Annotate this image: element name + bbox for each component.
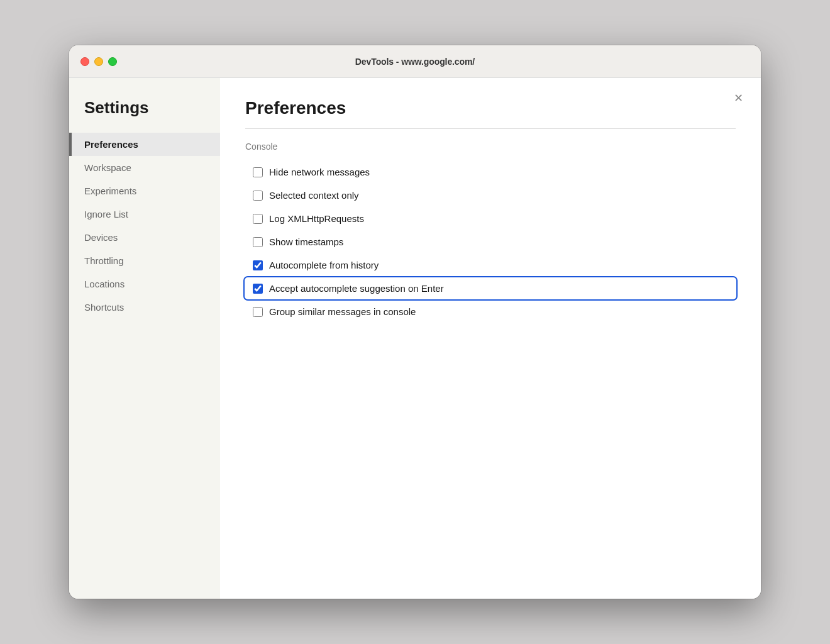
- checkbox-item-autocomplete-enter: Accept autocomplete suggestion on Enter: [245, 278, 736, 299]
- checkbox-item-autocomplete-history: Autocomplete from history: [245, 255, 736, 275]
- sidebar-item-throttling[interactable]: Throttling: [69, 249, 220, 272]
- checkbox-show-timestamps[interactable]: [253, 237, 263, 247]
- close-button[interactable]: ✕: [731, 91, 746, 106]
- checkbox-label-selected-context[interactable]: Selected context only: [269, 190, 359, 201]
- sidebar: Settings Preferences Workspace Experimen…: [69, 78, 220, 599]
- checkbox-label-hide-network[interactable]: Hide network messages: [269, 167, 370, 177]
- sidebar-item-ignore-list[interactable]: Ignore List: [69, 203, 220, 226]
- maximize-traffic-light[interactable]: [108, 57, 117, 66]
- sidebar-item-locations[interactable]: Locations: [69, 272, 220, 296]
- sidebar-link-experiments[interactable]: Experiments: [69, 179, 220, 203]
- checkbox-label-group-similar[interactable]: Group similar messages in console: [269, 306, 416, 317]
- checkbox-selected-context[interactable]: [253, 191, 263, 201]
- checkbox-item-group-similar: Group similar messages in console: [245, 301, 736, 322]
- sidebar-link-locations[interactable]: Locations: [69, 272, 220, 296]
- checkbox-hide-network[interactable]: [253, 167, 263, 177]
- sidebar-item-workspace[interactable]: Workspace: [69, 156, 220, 179]
- checkbox-item-log-xml: Log XMLHttpRequests: [245, 208, 736, 229]
- sidebar-link-ignore-list[interactable]: Ignore List: [69, 203, 220, 226]
- sidebar-item-devices[interactable]: Devices: [69, 226, 220, 249]
- close-traffic-light[interactable]: [80, 57, 89, 66]
- window-body: Settings Preferences Workspace Experimen…: [69, 78, 761, 599]
- traffic-lights: [80, 57, 117, 66]
- section-title: Preferences: [245, 98, 736, 118]
- window-title: DevTools - www.google.com/: [355, 57, 475, 67]
- sidebar-link-devices[interactable]: Devices: [69, 226, 220, 249]
- sidebar-link-shortcuts[interactable]: Shortcuts: [69, 296, 220, 319]
- checkbox-list: Hide network messages Selected context o…: [245, 162, 736, 322]
- main-content: ✕ Preferences Console Hide network messa…: [220, 78, 761, 599]
- checkbox-item-hide-network: Hide network messages: [245, 162, 736, 182]
- sidebar-item-preferences[interactable]: Preferences: [69, 133, 220, 156]
- sidebar-link-throttling[interactable]: Throttling: [69, 249, 220, 272]
- checkbox-log-xml[interactable]: [253, 214, 263, 224]
- checkbox-label-show-timestamps[interactable]: Show timestamps: [269, 236, 343, 247]
- section-divider: [245, 128, 736, 129]
- checkbox-group-similar[interactable]: [253, 307, 263, 317]
- devtools-window: DevTools - www.google.com/ Settings Pref…: [69, 45, 761, 599]
- checkbox-item-selected-context: Selected context only: [245, 185, 736, 206]
- sidebar-link-workspace[interactable]: Workspace: [69, 156, 220, 179]
- subsection-title: Console: [245, 142, 736, 152]
- checkbox-label-log-xml[interactable]: Log XMLHttpRequests: [269, 213, 364, 224]
- sidebar-link-preferences[interactable]: Preferences: [69, 133, 220, 156]
- checkbox-autocomplete-enter[interactable]: [253, 284, 263, 294]
- checkbox-label-autocomplete-enter[interactable]: Accept autocomplete suggestion on Enter: [269, 283, 444, 294]
- checkbox-autocomplete-history[interactable]: [253, 260, 263, 270]
- sidebar-item-experiments[interactable]: Experiments: [69, 179, 220, 203]
- settings-heading: Settings: [69, 98, 220, 133]
- checkbox-item-show-timestamps: Show timestamps: [245, 231, 736, 252]
- sidebar-item-shortcuts[interactable]: Shortcuts: [69, 296, 220, 319]
- checkbox-label-autocomplete-history[interactable]: Autocomplete from history: [269, 260, 379, 270]
- minimize-traffic-light[interactable]: [94, 57, 103, 66]
- titlebar: DevTools - www.google.com/: [69, 45, 761, 78]
- sidebar-nav: Preferences Workspace Experiments Ignore…: [69, 133, 220, 319]
